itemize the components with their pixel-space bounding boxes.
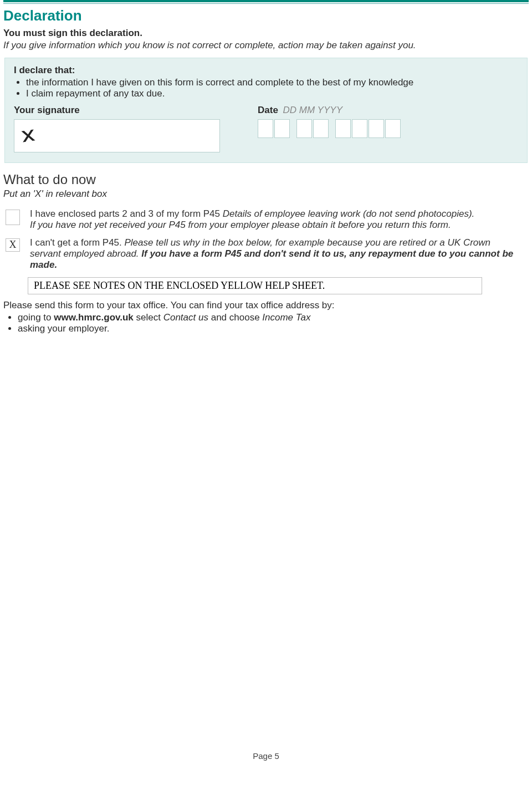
option-p45-enclosed-text: I have enclosed parts 2 and 3 of my form… — [30, 208, 529, 231]
reason-text-input[interactable]: PLEASE SEE NOTES ON THE ENCLOSED YELLOW … — [28, 277, 482, 294]
b1-b: select — [134, 312, 163, 323]
b1-e: Income Tax — [262, 312, 310, 323]
date-hint: DD MM YYYY — [283, 105, 342, 115]
declare-heading: I declare that: — [14, 65, 518, 76]
date-day-2[interactable] — [274, 119, 290, 138]
send-bullets: going to www.hmrc.gov.uk select Contact … — [3, 312, 529, 334]
page-number: Page 5 — [0, 751, 532, 761]
date-month-2[interactable] — [313, 119, 329, 138]
date-year-1[interactable] — [335, 119, 351, 138]
date-month-1[interactable] — [296, 119, 312, 138]
section-divider-thin — [3, 3, 529, 4]
declare-bullets: the information I have given on this for… — [14, 77, 518, 99]
b1-d: and choose — [208, 312, 262, 323]
send-instructions: Please send this form to your tax office… — [3, 300, 529, 311]
hmrc-url: www.hmrc.gov.uk — [54, 312, 134, 323]
declaration-panel: I declare that: the information I have g… — [4, 58, 528, 163]
b1-a: going to — [18, 312, 54, 323]
date-year-2[interactable] — [352, 119, 367, 138]
declaration-title: Declaration — [3, 7, 529, 24]
warning-notice: If you give information which you know i… — [3, 40, 529, 51]
what-to-do-title: What to do now — [3, 172, 529, 187]
put-x-instruction: Put an 'X' in relevant box — [3, 188, 529, 200]
date-label: Date — [258, 105, 278, 115]
opt2-part-a: I can't get a form P45. — [30, 237, 125, 248]
send-bullet-website: going to www.hmrc.gov.uk select Contact … — [18, 312, 529, 323]
date-input-group — [258, 119, 518, 138]
opt1-part-a: I have enclosed parts 2 and 3 of my form… — [30, 208, 223, 219]
send-bullet-employer: asking your employer. — [18, 323, 529, 334]
option-cant-get-p45-text: I can't get a form P45. Please tell us w… — [30, 237, 529, 271]
section-divider-thick — [3, 0, 529, 2]
signature-x-icon — [20, 128, 37, 144]
declare-bullet-2: I claim repayment of any tax due. — [26, 88, 518, 99]
checkbox-p45-enclosed[interactable] — [6, 210, 20, 225]
date-year-3[interactable] — [369, 119, 384, 138]
must-sign-notice: You must sign this declaration. — [3, 28, 529, 39]
signature-label: Your signature — [14, 105, 236, 116]
checkbox-cant-get-p45[interactable]: X — [6, 238, 20, 252]
b1-c: Contact us — [163, 312, 208, 323]
signature-input[interactable] — [14, 119, 220, 152]
declare-bullet-1: the information I have given on this for… — [26, 77, 518, 88]
date-year-4[interactable] — [385, 119, 401, 138]
opt1-part-b: Details of employee leaving work (do not… — [223, 208, 475, 219]
date-day-1[interactable] — [258, 119, 273, 138]
opt1-part-c: If you have not yet received your P45 fr… — [30, 220, 451, 230]
